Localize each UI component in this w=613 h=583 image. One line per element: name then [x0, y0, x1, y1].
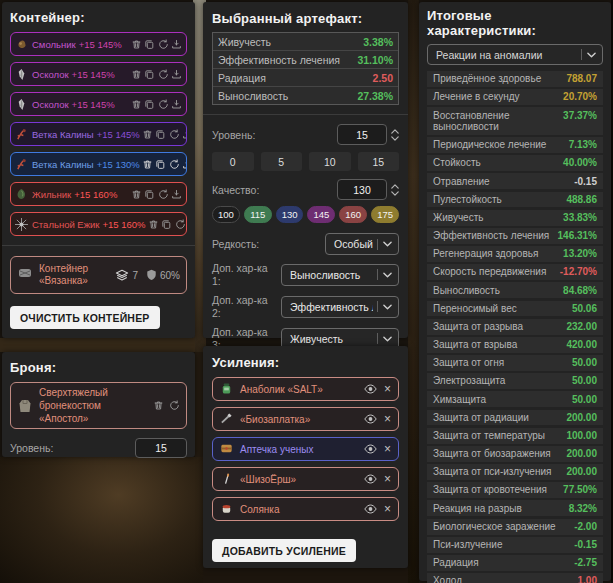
anomaly-reactions-select[interactable]: Реакции на аномалии — [427, 44, 603, 65]
container-item[interactable]: Жильник+15 160% — [10, 182, 187, 206]
level-preset-button[interactable]: 0 — [212, 152, 254, 171]
save-icon[interactable] — [171, 99, 182, 110]
quality-input[interactable] — [337, 179, 387, 200]
container-info-card[interactable]: Контейнер «Вязанка» 7 60% — [10, 256, 187, 294]
delete-icon[interactable] — [131, 69, 142, 80]
level-preset-button[interactable]: 5 — [261, 152, 303, 171]
delete-icon[interactable] — [142, 159, 153, 170]
container-item[interactable]: Осколок+15 145% — [10, 62, 187, 86]
reroll-icon[interactable] — [169, 159, 180, 170]
boost-name: «Биозаплатка» — [240, 414, 310, 425]
stat-value: 488.86 — [566, 194, 597, 206]
artifact-name: Ветка Калины — [32, 159, 94, 170]
level-input[interactable] — [337, 124, 387, 145]
delete-icon[interactable] — [148, 219, 159, 230]
duplicate-icon[interactable] — [155, 129, 166, 140]
reroll-icon[interactable] — [175, 219, 186, 230]
clear-container-button[interactable]: ОЧИСТИТЬ КОНТЕЙНЕР — [10, 306, 160, 329]
level-preset-button[interactable]: 15 — [358, 152, 400, 171]
quality-stepper[interactable] — [391, 184, 399, 196]
extra-stat-1-select[interactable]: Выносливость — [281, 264, 399, 286]
container-item[interactable]: Стальной Ежик+15 160% — [10, 212, 187, 236]
boost-item[interactable]: Солянка× — [212, 497, 399, 521]
delete-icon[interactable] — [131, 189, 142, 200]
level-stepper[interactable] — [391, 129, 399, 141]
total-stat-row: Переносимый вес50.06 — [427, 301, 603, 317]
add-boost-button[interactable]: ДОБАВИТЬ УСИЛЕНИЕ — [212, 539, 356, 562]
container-item[interactable]: Смольник+15 145% — [10, 32, 187, 56]
stat-label: Лечение в секунду — [433, 91, 526, 103]
boost-item[interactable]: «ШизоЁрш»× — [212, 467, 399, 491]
selected-artifact-panel: Выбранный артефакт: Живучесть3.38%Эффект… — [203, 2, 408, 338]
background-art — [408, 0, 419, 583]
stat-value: 40.00% — [563, 157, 597, 169]
artifact-icon — [15, 127, 29, 141]
boost-item[interactable]: Анаболик «SALT»× — [212, 377, 399, 401]
total-stat-row: Периодическое лечение7.13% — [427, 137, 603, 153]
save-icon[interactable] — [182, 129, 187, 140]
stat-label: Радиация — [218, 72, 266, 84]
delete-icon[interactable] — [153, 400, 164, 411]
stat-value: 50.00 — [572, 375, 597, 387]
quality-preset-button[interactable]: 175 — [371, 206, 399, 223]
extra-stat-2-select[interactable]: Эффективность л... — [281, 296, 399, 318]
quality-preset-button[interactable]: 100 — [212, 206, 240, 223]
quality-preset-button[interactable]: 130 — [276, 206, 304, 223]
boosts-panel: Усиления: Анаболик «SALT»×«Биозаплатка»×… — [203, 346, 408, 568]
stat-value: 232.00 — [566, 321, 597, 333]
save-icon[interactable] — [182, 159, 187, 170]
visibility-eye-icon[interactable] — [364, 444, 377, 454]
reroll-icon[interactable] — [158, 69, 169, 80]
save-icon[interactable] — [171, 189, 182, 200]
duplicate-icon[interactable] — [161, 219, 172, 230]
armor-level-input[interactable] — [135, 438, 187, 458]
level-preset-button[interactable]: 10 — [309, 152, 351, 171]
duplicate-icon[interactable] — [144, 99, 155, 110]
armor-item[interactable]: Сверхтяжелый бронекостюм «Апостол» — [10, 382, 187, 429]
stat-label: Защита от температуры — [433, 430, 551, 442]
container-item[interactable]: Ветка Калины+15 145% — [10, 122, 187, 146]
duplicate-icon[interactable] — [144, 69, 155, 80]
rarity-select[interactable]: Особый — [325, 233, 399, 255]
container-item[interactable]: Осколок+15 145% — [10, 92, 187, 116]
duplicate-icon[interactable] — [155, 159, 166, 170]
quality-preset-button[interactable]: 115 — [244, 206, 272, 223]
reroll-icon[interactable] — [158, 39, 169, 50]
stat-value: 50.00 — [572, 394, 597, 406]
artifact-stats-table: Живучесть3.38%Эффективность лечения31.10… — [212, 32, 399, 105]
reroll-icon[interactable] — [169, 129, 180, 140]
remove-icon[interactable]: × — [384, 443, 391, 455]
visibility-eye-icon[interactable] — [364, 384, 377, 394]
visibility-eye-icon[interactable] — [364, 414, 377, 424]
visibility-eye-icon[interactable] — [364, 504, 377, 514]
boost-icon — [220, 502, 234, 516]
boost-list: Анаболик «SALT»×«Биозаплатка»×Аптечка уч… — [212, 377, 399, 521]
delete-icon[interactable] — [142, 129, 153, 140]
boost-item[interactable]: Аптечка ученых× — [212, 437, 399, 461]
reroll-icon[interactable] — [158, 99, 169, 110]
boost-name: Аптечка ученых — [240, 444, 313, 455]
quality-presets: 100115130145160175 — [212, 206, 399, 223]
remove-icon[interactable]: × — [384, 383, 391, 395]
reroll-icon[interactable] — [169, 400, 180, 411]
delete-icon[interactable] — [131, 99, 142, 110]
quality-preset-button[interactable]: 145 — [307, 206, 335, 223]
remove-icon[interactable]: × — [384, 473, 391, 485]
duplicate-icon[interactable] — [144, 189, 155, 200]
delete-icon[interactable] — [131, 39, 142, 50]
remove-icon[interactable]: × — [384, 413, 391, 425]
visibility-eye-icon[interactable] — [364, 474, 377, 484]
armor-panel-title: Броня: — [10, 360, 187, 375]
artifact-name: Ветка Калины — [32, 129, 94, 140]
remove-icon[interactable]: × — [384, 503, 391, 515]
quality-preset-button[interactable]: 160 — [339, 206, 367, 223]
save-icon[interactable] — [171, 69, 182, 80]
reroll-icon[interactable] — [158, 189, 169, 200]
stat-label: Эффективность лечения — [218, 54, 340, 66]
boost-item[interactable]: «Биозаплатка»× — [212, 407, 399, 431]
save-icon[interactable] — [171, 39, 182, 50]
stat-value: 31.10% — [357, 54, 393, 66]
total-stat-row: Химзащита50.00 — [427, 391, 603, 407]
container-item[interactable]: Ветка Калины+15 130% — [10, 152, 187, 176]
duplicate-icon[interactable] — [144, 39, 155, 50]
